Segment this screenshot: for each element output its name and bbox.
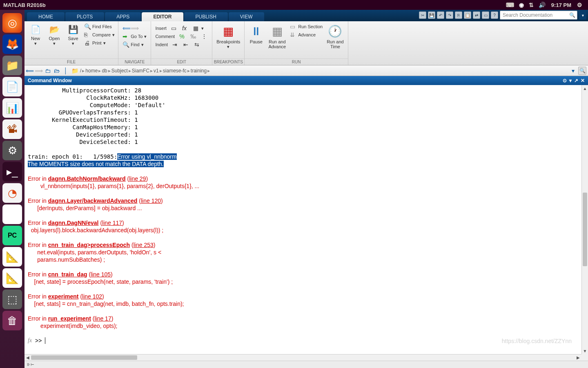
comment-button[interactable]: Comment % ‰ ⋮: [154, 33, 209, 40]
run-advance-button[interactable]: ▦Run and Advance: [267, 23, 287, 50]
command-window-title: Command Window ⊙ ▾ ↗ ✕: [24, 76, 588, 85]
tab-home[interactable]: HOME: [27, 12, 65, 21]
search-toggle-button[interactable]: ▾: [579, 11, 586, 20]
line-link[interactable]: line 102: [82, 293, 102, 300]
launcher-matlab2[interactable]: 📐: [2, 268, 22, 288]
breadcrumb-sep-icon: ▸: [82, 68, 85, 74]
tab-publish[interactable]: PUBLISH: [184, 12, 228, 21]
line-link[interactable]: line 253: [134, 242, 154, 248]
error-link[interactable]: experiment: [48, 293, 79, 300]
launcher-calc[interactable]: 📊: [2, 98, 22, 118]
nav-back-button[interactable]: ⟸⟹: [122, 25, 147, 32]
breadcrumb[interactable]: /: [80, 68, 81, 74]
error-link[interactable]: cnn_train_dag: [48, 271, 87, 278]
goto-button[interactable]: ➡Go To ▾: [122, 33, 147, 40]
qa-undo-icon[interactable]: ↶: [437, 11, 444, 19]
error-link[interactable]: dagnn.Layer/backwardAdvanced: [48, 197, 138, 204]
insert-button[interactable]: Insert ▭ fx ▦ ▾: [154, 25, 209, 32]
launcher-trash[interactable]: 🗑: [2, 311, 22, 330]
save-button[interactable]: 💾Save▾: [65, 23, 82, 47]
error-link[interactable]: cnn_train_dag>processEpoch: [48, 242, 130, 248]
fx-icon[interactable]: fx: [28, 337, 32, 344]
find-button[interactable]: 🔍Find ▾: [122, 41, 147, 48]
breadcrumb[interactable]: db: [102, 68, 107, 74]
run-time-button[interactable]: 🕐Run and Time: [325, 23, 345, 50]
launcher-impress[interactable]: 📽: [2, 119, 22, 139]
cw-undock-icon[interactable]: ↗: [574, 78, 578, 83]
gear-icon[interactable]: ⚙: [577, 2, 582, 8]
indent-button[interactable]: Indent ⇥ ⇤ ⇆: [154, 41, 209, 48]
fwd-icon: ⟹: [131, 25, 137, 31]
line-link[interactable]: line 17: [94, 315, 111, 322]
breadcrumb[interactable]: home: [85, 68, 98, 74]
line-link[interactable]: line 105: [91, 271, 111, 278]
qa-cut-icon[interactable]: ✂: [419, 11, 426, 19]
qa-pref-icon[interactable]: ▭: [482, 11, 489, 19]
breadcrumb[interactable]: training: [191, 68, 207, 74]
qa-paste-icon[interactable]: 📋: [464, 11, 471, 19]
breakpoints-button[interactable]: ▦Breakpoints▾: [215, 23, 242, 50]
line-link[interactable]: line 117: [102, 220, 122, 226]
cw-actions-icon[interactable]: ⊙: [563, 78, 567, 83]
launcher-pycharm[interactable]: PC: [2, 226, 22, 245]
keyboard-icon[interactable]: ⌨: [506, 2, 514, 8]
find-files-button[interactable]: 🔍Find Files: [83, 23, 116, 30]
browse-button[interactable]: 🗁: [53, 67, 60, 74]
launcher-matlab1[interactable]: 📐: [2, 247, 22, 267]
pause-button[interactable]: ⏸Pause: [247, 23, 265, 45]
tab-plots[interactable]: PLOTS: [65, 12, 104, 21]
qa-save-icon[interactable]: 💾: [428, 11, 435, 19]
fwd-button[interactable]: ⟹: [35, 67, 42, 74]
new-file-icon: 📄: [30, 24, 41, 35]
breadcrumb[interactable]: siamese-fc: [163, 68, 187, 74]
horizontal-scrollbar[interactable]: ◀ ▶: [24, 354, 581, 361]
error-link[interactable]: dagnn.DagNN/eval: [48, 220, 99, 226]
breadcrumb[interactable]: v1: [154, 68, 159, 74]
command-window[interactable]: MultiprocessorCount: 28 ClockRateKHz: 16…: [24, 85, 588, 361]
breadcrumb-sep-icon: ▸: [187, 68, 190, 74]
qa-redo-icon[interactable]: ↷: [446, 11, 453, 19]
network-icon[interactable]: ⇅: [529, 2, 534, 8]
run-section-button[interactable]: ▭Run Section: [289, 23, 323, 30]
launcher-firefox[interactable]: 🦊: [2, 34, 22, 54]
chrome-indicator-icon[interactable]: ◉: [519, 2, 524, 8]
line-link[interactable]: line 29: [129, 175, 146, 182]
path-dropdown[interactable]: ▾: [569, 67, 577, 74]
compare-button[interactable]: ⎘Compare ▾: [83, 31, 116, 38]
launcher-software[interactable]: ◔: [2, 183, 22, 203]
clock[interactable]: 9:17 PM: [551, 2, 571, 8]
vertical-scrollbar[interactable]: ▲ ▼: [581, 85, 588, 354]
cw-close-icon[interactable]: ✕: [581, 78, 585, 83]
launcher-files[interactable]: 📁: [2, 56, 22, 75]
error-link[interactable]: dagnn.BatchNorm/backward: [48, 175, 126, 182]
toolstrip-ribbon: 📄New▾ 📂Open▾ 💾Save▾ 🔍Find Files ⎘Compare…: [24, 21, 588, 65]
cw-dropdown-icon[interactable]: ▾: [569, 78, 572, 83]
launcher-terminal[interactable]: ▸_: [2, 162, 22, 182]
new-button[interactable]: 📄New▾: [27, 23, 44, 47]
launcher-settings[interactable]: ⚙: [2, 141, 22, 160]
qa-help-icon[interactable]: ?: [491, 11, 498, 19]
print-button[interactable]: 🖨Print ▾: [83, 39, 116, 47]
tab-apps[interactable]: APPS: [105, 12, 141, 21]
launcher-writer[interactable]: 📄: [2, 77, 22, 96]
search-documentation-input[interactable]: Search Documentation: [500, 11, 577, 20]
qa-copy-icon[interactable]: ⎘: [455, 11, 462, 19]
qa-switch-icon[interactable]: ⇄: [473, 11, 480, 19]
tab-view[interactable]: VIEW: [229, 12, 264, 21]
breadcrumb-sep-icon: ▸: [160, 68, 162, 74]
path-search-button[interactable]: 🔍: [578, 67, 586, 75]
error-link[interactable]: run_experiment: [48, 315, 91, 322]
breadcrumb[interactable]: SiamFC: [132, 68, 149, 74]
launcher-app[interactable]: ⬚: [2, 289, 22, 309]
open-button[interactable]: 📂Open▾: [46, 23, 63, 47]
line-link[interactable]: line 120: [141, 197, 161, 204]
pause-icon: ⏸: [249, 24, 263, 38]
launcher-dash[interactable]: ◎: [2, 13, 22, 33]
sound-icon[interactable]: 🔊: [539, 2, 546, 8]
back-button[interactable]: ⟸: [26, 67, 33, 74]
breadcrumb[interactable]: Subject: [111, 68, 128, 74]
tab-editor[interactable]: EDITOR: [142, 12, 183, 21]
advance-button[interactable]: ⇊Advance: [289, 31, 323, 38]
launcher-chrome[interactable]: ◉: [2, 204, 22, 224]
up-folder-button[interactable]: 🗀: [44, 67, 51, 74]
